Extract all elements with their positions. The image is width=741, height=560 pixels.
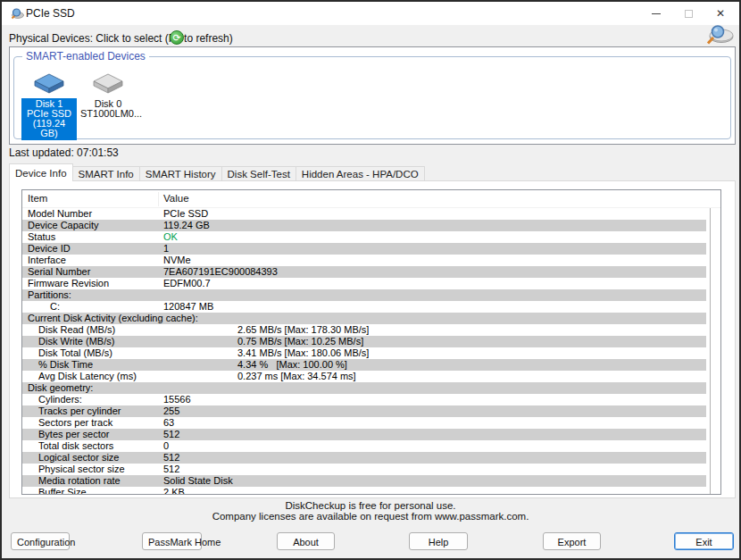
row-item-cell: Cylinders: <box>38 394 82 405</box>
table-header[interactable]: Item Value <box>22 190 720 208</box>
table-row[interactable]: Sectors per track63 <box>22 417 706 429</box>
row-value-cell: 512 <box>163 429 179 440</box>
title-bar: PCIe SSD ✕ <box>2 2 739 25</box>
table-rows: Model NumberPCIe SSDDevice Capacity119.2… <box>22 208 706 495</box>
column-divider[interactable] <box>158 192 159 206</box>
row-item-cell: Sectors per track <box>38 417 112 429</box>
tab-strip: Device Info SMART Info SMART History Dis… <box>9 163 425 181</box>
row-value-cell: OK <box>163 231 178 243</box>
configuration-button[interactable]: Configuration <box>11 532 70 550</box>
device-panel: SMART-enabled Devices Disk 1 PCIe SSD (1… <box>9 46 736 145</box>
help-button[interactable]: Help <box>409 532 468 550</box>
device-item-disk0[interactable]: Disk 0 ST1000LM0... <box>79 70 137 121</box>
license-text-line1: DiskCheckup is free for personal use. <box>2 500 739 511</box>
device-label: Disk 1 PCIe SSD (119.24 GB) <box>21 98 77 140</box>
window: PCIe SSD ✕ Physical Devices: Click to se… <box>0 0 741 560</box>
device-info-page: Item Value Model NumberPCIe SSDDevice Ca… <box>9 180 736 498</box>
tab-disk-self-test[interactable]: Disk Self-Test <box>222 166 296 181</box>
table-row[interactable]: Physical sector size512 <box>22 464 706 475</box>
row-item-cell: Interface <box>28 255 66 266</box>
minimize-icon <box>652 13 661 14</box>
row-item-cell: Disk Total (MB/s) <box>38 347 112 359</box>
table-row[interactable]: Logical sector size512 <box>22 452 706 464</box>
table-row[interactable]: Disk geometry: <box>22 382 706 394</box>
disk-gray-icon <box>92 70 124 98</box>
row-item-cell: Disk geometry: <box>28 382 93 394</box>
device-item-disk1[interactable]: Disk 1 PCIe SSD (119.24 GB) <box>21 70 77 140</box>
minimize-button[interactable] <box>641 2 671 25</box>
row-item-cell: Firmware Revision <box>28 278 109 289</box>
table-row[interactable]: Current Disk Activity (excluding cache): <box>22 313 706 324</box>
groupbox-label: SMART-enabled Devices <box>22 50 149 63</box>
table-row[interactable]: % Disk Time4.34 % [Max: 100.00 %] <box>22 359 706 371</box>
smart-devices-groupbox: SMART-enabled Devices Disk 1 PCIe SSD (1… <box>13 56 731 139</box>
refresh-icon[interactable]: ⟳ <box>170 30 184 45</box>
row-item-cell: Physical sector size <box>38 464 125 475</box>
table-row[interactable]: Cylinders:15566 <box>22 394 706 405</box>
tab-smart-info[interactable]: SMART Info <box>73 166 140 181</box>
table-row[interactable]: Device Capacity119.24 GB <box>22 220 706 231</box>
row-item-cell: C: <box>50 301 60 313</box>
physical-devices-label: Physical Devices: Click to select (F5 to… <box>9 32 233 45</box>
disk-blue-icon <box>33 70 65 98</box>
table-row[interactable]: Tracks per cylinder255 <box>22 405 706 417</box>
table-row[interactable]: Media rotation rateSolid State Disk <box>22 475 706 487</box>
row-value-cell: 15566 <box>163 394 191 405</box>
app-disk-search-icon <box>10 7 24 23</box>
row-value-cell: 0 <box>163 440 169 452</box>
row-item-cell: Serial Number <box>28 266 90 278</box>
row-value-cell: 512 <box>163 452 179 464</box>
table-row[interactable]: Device ID1 <box>22 243 706 255</box>
device-capacity: (119.24 GB) <box>23 119 75 138</box>
table-row[interactable]: Serial Number7EA607191EC900084393 <box>22 266 706 278</box>
exit-button[interactable]: Exit <box>674 532 734 550</box>
table-row[interactable]: Total disk sectors0 <box>22 440 706 452</box>
row-value-cell: 7EA607191EC900084393 <box>163 266 278 278</box>
row-item-cell: Device ID <box>28 243 71 255</box>
device-info-table[interactable]: Item Value Model NumberPCIe SSDDevice Ca… <box>21 189 721 495</box>
table-row[interactable]: InterfaceNVMe <box>22 255 706 266</box>
row-value-cell: 512 <box>163 464 179 475</box>
tab-hidden-areas[interactable]: Hidden Areas - HPA/DCO <box>296 166 425 181</box>
row-item-cell: Model Number <box>28 208 92 220</box>
table-row[interactable]: Partitions: <box>22 289 706 301</box>
row-value-cell: 2 KB <box>163 487 185 495</box>
row-item-cell: Disk Read (MB/s) <box>38 324 115 336</box>
row-value-cell: 120847 MB <box>163 301 213 313</box>
device-label: Disk 0 ST1000LM0... <box>79 98 137 121</box>
license-text-line2: Company licenses are available on reques… <box>2 511 739 522</box>
row-item-cell: Logical sector size <box>38 452 120 464</box>
close-icon: ✕ <box>716 8 725 19</box>
row-item-cell: Tracks per cylinder <box>38 405 121 417</box>
column-header-value[interactable]: Value <box>163 193 189 204</box>
table-row[interactable]: StatusOK <box>22 231 706 243</box>
passmark-home-button[interactable]: PassMark Home <box>142 532 202 550</box>
device-model: ST1000LM0... <box>80 109 136 119</box>
about-button[interactable]: About <box>277 532 335 550</box>
row-value-cell: PCIe SSD <box>163 208 208 220</box>
maximize-button <box>673 2 704 25</box>
value-column-edge <box>710 208 711 494</box>
column-header-item[interactable]: Item <box>28 193 47 204</box>
row-value-cell: 63 <box>163 417 174 429</box>
export-button[interactable]: Export <box>543 532 601 550</box>
tab-smart-history[interactable]: SMART History <box>140 166 222 181</box>
table-row[interactable]: Disk Total (MB/s)3.41 MB/s [Max: 180.06 … <box>22 347 706 359</box>
row-value-cell: 0.237 ms [Max: 34.574 ms] <box>237 371 356 382</box>
window-title: PCIe SSD <box>26 7 75 20</box>
table-row[interactable]: Bytes per sector512 <box>22 429 706 440</box>
tab-device-info[interactable]: Device Info <box>9 163 73 181</box>
table-row[interactable]: Disk Read (MB/s)2.65 MB/s [Max: 178.30 M… <box>22 324 706 336</box>
table-row[interactable]: Avg Disk Latency (ms)0.237 ms [Max: 34.5… <box>22 371 706 382</box>
table-row[interactable]: C:120847 MB <box>22 301 706 313</box>
row-item-cell: Bytes per sector <box>38 429 109 440</box>
row-value-cell: 2.65 MB/s [Max: 178.30 MB/s] <box>237 324 369 336</box>
row-item-cell: % Disk Time <box>38 359 93 371</box>
table-row[interactable]: Disk Write (MB/s)0.75 MB/s [Max: 10.25 M… <box>22 336 706 347</box>
row-item-cell: Partitions: <box>28 289 71 301</box>
last-updated-label: Last updated: 07:01:53 <box>9 146 119 159</box>
table-row[interactable]: Model NumberPCIe SSD <box>22 208 706 220</box>
table-row[interactable]: Firmware RevisionEDFM00.7 <box>22 278 706 289</box>
table-row[interactable]: Buffer Size2 KB <box>22 487 706 495</box>
row-item-cell: Device Capacity <box>28 220 98 231</box>
